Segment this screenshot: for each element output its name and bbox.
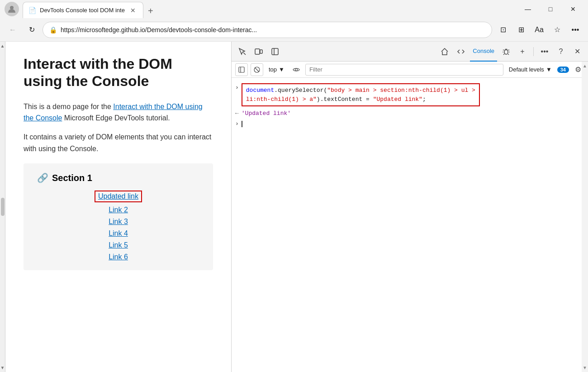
page-para1: This is a demo page for the Interact wit… — [24, 101, 213, 124]
svg-rect-3 — [260, 50, 262, 53]
code-button[interactable] — [454, 44, 468, 59]
console-result-row: ← 'Updated link' — [232, 108, 588, 119]
devtools-toolbar: Console + ••• ? ✕ — [232, 42, 588, 62]
section-links-list: Updated link Link 2 Link 3 Link 4 Link 5… — [37, 191, 199, 261]
levels-label: Default levels — [509, 66, 544, 73]
list-item-4: Link 4 — [109, 229, 128, 238]
url-text: https://microsoftedge.github.io/Demos/de… — [61, 26, 485, 33]
console-filter-input[interactable] — [305, 64, 503, 76]
link-5[interactable]: Link 5 — [109, 241, 128, 249]
devtools-help-button[interactable]: ? — [554, 44, 568, 59]
lock-icon: 🔒 — [49, 26, 57, 33]
user-avatar — [5, 2, 19, 16]
add-tool-button[interactable]: + — [515, 44, 530, 59]
nav-right-buttons: ⊡ ⊞ Aa ☆ ••• — [495, 22, 583, 38]
result-arrow: ← — [235, 110, 239, 117]
svg-line-1 — [243, 52, 246, 55]
result-value: 'Updated link' — [242, 110, 291, 117]
browser-tab[interactable]: 📄 DevTools Console tool DOM inte ✕ — [23, 2, 143, 18]
svg-point-6 — [504, 50, 508, 54]
tab-strip: 📄 DevTools Console tool DOM inte ✕ + — [23, 0, 514, 18]
devtools-left-scrollbar[interactable]: ▲ ▼ — [0, 42, 5, 372]
maximize-button[interactable]: □ — [540, 2, 561, 16]
main-area: ▲ ▼ Interact with the DOM using the Cons… — [0, 42, 588, 372]
console-command-text: document.querySelector("body > main > se… — [242, 83, 480, 106]
link-1[interactable]: Updated link — [98, 192, 138, 200]
devtools-scrollbar[interactable]: ▲ ▼ — [582, 62, 588, 372]
updated-link-box: Updated link — [95, 191, 142, 202]
link-2[interactable]: Link 2 — [109, 206, 128, 214]
log-levels-selector[interactable]: Default levels ▼ — [506, 65, 555, 74]
command-prompt-arrow: › — [235, 84, 239, 91]
cmd-value: "Updated link" — [373, 96, 422, 103]
cmd-dot1: . — [274, 87, 278, 94]
cast-button[interactable]: ⊡ — [495, 22, 511, 38]
list-item-6: Link 6 — [109, 253, 128, 261]
refresh-button[interactable]: ↻ — [24, 22, 40, 38]
section-title: 🔗 Section 1 — [37, 172, 199, 183]
svg-point-0 — [10, 6, 14, 10]
console-toolbar: top ▼ Default levels ▼ 34 ⚙ — [232, 62, 588, 78]
live-expression-button[interactable] — [290, 63, 303, 76]
inspect-element-button[interactable] — [235, 44, 250, 59]
minimize-button[interactable]: — — [517, 2, 538, 16]
list-item-5: Link 5 — [109, 241, 128, 249]
para1-pre: This is a demo page for the — [24, 103, 113, 110]
cmd-keyword-document: document — [246, 87, 274, 94]
devtools-scroll-up[interactable]: ▲ — [583, 63, 587, 68]
svg-point-11 — [295, 68, 297, 71]
tab-title: DevTools Console tool DOM inte — [40, 7, 125, 14]
window-controls: — □ ✕ — [517, 2, 583, 16]
clear-console-button[interactable] — [251, 63, 263, 76]
bug-icon-button[interactable] — [499, 44, 513, 59]
device-emulation-button[interactable] — [251, 44, 266, 59]
tab-grid-button[interactable]: ⊞ — [513, 22, 529, 38]
scroll-up-arrow[interactable]: ▲ — [0, 43, 5, 48]
page-heading: Interact with the DOM using the Console — [24, 55, 213, 90]
svg-rect-4 — [272, 48, 278, 55]
link-4[interactable]: Link 4 — [109, 229, 128, 237]
tab-favicon: 📄 — [28, 7, 36, 14]
devtools-panel: Console + ••• ? ✕ — [232, 42, 588, 372]
context-label: top — [269, 66, 277, 73]
scroll-down-arrow[interactable]: ▼ — [0, 365, 5, 370]
console-sidebar-button[interactable] — [235, 63, 248, 76]
console-tab-active[interactable]: Console — [473, 48, 494, 54]
section-title-text: Section 1 — [52, 173, 92, 183]
home-button[interactable] — [437, 44, 452, 59]
scrollbar-thumb[interactable] — [1, 198, 5, 216]
list-item-2: Link 2 — [109, 206, 128, 214]
console-command-row: › document.querySelector("body > main > … — [232, 81, 588, 108]
svg-rect-2 — [255, 49, 260, 54]
context-selector[interactable]: top ▼ — [266, 65, 287, 74]
para1-post: Microsoft Edge DevTools tutorial. — [62, 114, 170, 122]
link-6[interactable]: Link 6 — [109, 253, 128, 261]
address-bar[interactable]: 🔒 https://microsoftedge.github.io/Demos/… — [43, 22, 492, 38]
list-item-1: Updated link — [95, 191, 142, 202]
link-icon: 🔗 — [37, 172, 48, 183]
sidebar-toggle-button[interactable] — [268, 44, 282, 59]
cmd-method: querySelector( — [278, 87, 327, 94]
console-input-caret: › — [235, 120, 239, 127]
devtools-scroll-down[interactable]: ▼ — [583, 365, 587, 370]
console-input-row[interactable]: › — [232, 119, 588, 129]
more-options-button[interactable]: ••• — [567, 22, 583, 38]
link-3[interactable]: Link 3 — [109, 218, 128, 225]
context-dropdown-arrow: ▼ — [279, 66, 285, 73]
list-item-3: Link 3 — [109, 218, 128, 226]
cmd-semi: ; — [422, 96, 426, 103]
reader-mode-button[interactable]: Aa — [531, 22, 547, 38]
cmd-close: ).textContent = — [317, 96, 373, 103]
favorites-button[interactable]: ☆ — [549, 22, 565, 38]
title-bar: 📄 DevTools Console tool DOM inte ✕ + — □… — [0, 0, 588, 18]
close-button[interactable]: ✕ — [563, 2, 583, 16]
nav-bar: ← ↻ 🔒 https://microsoftedge.github.io/De… — [0, 18, 588, 42]
webpage-wrapper: ▲ ▼ Interact with the DOM using the Cons… — [0, 42, 232, 372]
devtools-close-button[interactable]: ✕ — [570, 44, 584, 59]
devtools-more-button[interactable]: ••• — [537, 44, 552, 59]
svg-line-10 — [255, 67, 259, 72]
new-tab-button[interactable]: + — [143, 4, 158, 18]
tab-close-button[interactable]: ✕ — [128, 6, 138, 15]
error-count-badge: 34 — [557, 67, 569, 73]
back-button[interactable]: ← — [5, 22, 21, 38]
